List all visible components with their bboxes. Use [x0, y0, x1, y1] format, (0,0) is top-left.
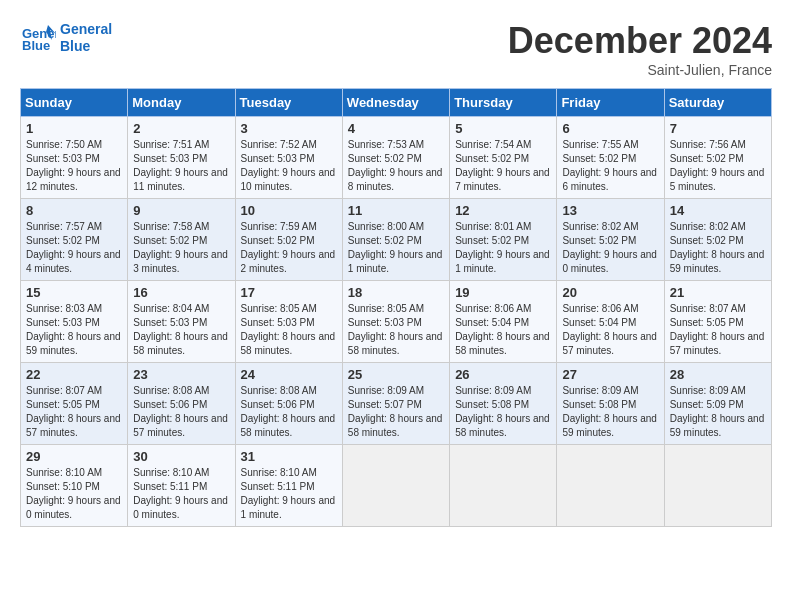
- cell-sunrise: Sunrise: 7:51 AM: [133, 139, 209, 150]
- day-number: 17: [241, 285, 337, 300]
- calendar-cell: 24Sunrise: 8:08 AMSunset: 5:06 PMDayligh…: [235, 363, 342, 445]
- calendar-cell: 9Sunrise: 7:58 AMSunset: 5:02 PMDaylight…: [128, 199, 235, 281]
- cell-sunrise: Sunrise: 7:52 AM: [241, 139, 317, 150]
- calendar-cell: 10Sunrise: 7:59 AMSunset: 5:02 PMDayligh…: [235, 199, 342, 281]
- calendar-cell: 25Sunrise: 8:09 AMSunset: 5:07 PMDayligh…: [342, 363, 449, 445]
- cell-sunrise: Sunrise: 8:02 AM: [670, 221, 746, 232]
- calendar-cell: 22Sunrise: 8:07 AMSunset: 5:05 PMDayligh…: [21, 363, 128, 445]
- cell-daylight: Daylight: 8 hours and 57 minutes.: [562, 331, 657, 356]
- cell-sunrise: Sunrise: 8:05 AM: [348, 303, 424, 314]
- cell-sunset: Sunset: 5:02 PM: [670, 235, 744, 246]
- day-number: 5: [455, 121, 551, 136]
- calendar-cell: 6Sunrise: 7:55 AMSunset: 5:02 PMDaylight…: [557, 117, 664, 199]
- day-number: 22: [26, 367, 122, 382]
- cell-sunrise: Sunrise: 8:05 AM: [241, 303, 317, 314]
- day-number: 29: [26, 449, 122, 464]
- day-number: 19: [455, 285, 551, 300]
- cell-daylight: Daylight: 9 hours and 0 minutes.: [26, 495, 121, 520]
- calendar-cell: 11Sunrise: 8:00 AMSunset: 5:02 PMDayligh…: [342, 199, 449, 281]
- day-number: 13: [562, 203, 658, 218]
- cell-sunrise: Sunrise: 7:56 AM: [670, 139, 746, 150]
- day-number: 18: [348, 285, 444, 300]
- day-number: 9: [133, 203, 229, 218]
- cell-sunset: Sunset: 5:11 PM: [241, 481, 315, 492]
- calendar-cell: [342, 445, 449, 527]
- day-number: 24: [241, 367, 337, 382]
- calendar-week-2: 8Sunrise: 7:57 AMSunset: 5:02 PMDaylight…: [21, 199, 772, 281]
- cell-daylight: Daylight: 9 hours and 5 minutes.: [670, 167, 765, 192]
- calendar-cell: [664, 445, 771, 527]
- calendar-cell: 13Sunrise: 8:02 AMSunset: 5:02 PMDayligh…: [557, 199, 664, 281]
- cell-sunrise: Sunrise: 7:58 AM: [133, 221, 209, 232]
- logo: General Blue General Blue: [20, 20, 112, 56]
- day-number: 28: [670, 367, 766, 382]
- day-number: 12: [455, 203, 551, 218]
- cell-daylight: Daylight: 9 hours and 6 minutes.: [562, 167, 657, 192]
- cell-sunset: Sunset: 5:03 PM: [133, 317, 207, 328]
- cell-sunset: Sunset: 5:02 PM: [670, 153, 744, 164]
- day-number: 7: [670, 121, 766, 136]
- calendar-cell: 15Sunrise: 8:03 AMSunset: 5:03 PMDayligh…: [21, 281, 128, 363]
- cell-daylight: Daylight: 9 hours and 4 minutes.: [26, 249, 121, 274]
- cell-sunset: Sunset: 5:02 PM: [348, 235, 422, 246]
- day-number: 16: [133, 285, 229, 300]
- cell-sunrise: Sunrise: 8:07 AM: [26, 385, 102, 396]
- calendar-cell: 30Sunrise: 8:10 AMSunset: 5:11 PMDayligh…: [128, 445, 235, 527]
- cell-daylight: Daylight: 9 hours and 2 minutes.: [241, 249, 336, 274]
- logo-line2: Blue: [60, 38, 112, 55]
- calendar-cell: 28Sunrise: 8:09 AMSunset: 5:09 PMDayligh…: [664, 363, 771, 445]
- calendar-cell: 17Sunrise: 8:05 AMSunset: 5:03 PMDayligh…: [235, 281, 342, 363]
- cell-sunset: Sunset: 5:09 PM: [670, 399, 744, 410]
- title-block: December 2024 Saint-Julien, France: [508, 20, 772, 78]
- cell-sunrise: Sunrise: 8:07 AM: [670, 303, 746, 314]
- cell-sunrise: Sunrise: 8:08 AM: [241, 385, 317, 396]
- day-number: 30: [133, 449, 229, 464]
- day-header-thursday: Thursday: [450, 89, 557, 117]
- day-number: 27: [562, 367, 658, 382]
- cell-daylight: Daylight: 8 hours and 58 minutes.: [348, 331, 443, 356]
- logo-icon: General Blue: [20, 20, 56, 56]
- day-number: 23: [133, 367, 229, 382]
- day-number: 10: [241, 203, 337, 218]
- calendar-table: SundayMondayTuesdayWednesdayThursdayFrid…: [20, 88, 772, 527]
- day-number: 25: [348, 367, 444, 382]
- cell-daylight: Daylight: 8 hours and 57 minutes.: [133, 413, 228, 438]
- calendar-cell: 7Sunrise: 7:56 AMSunset: 5:02 PMDaylight…: [664, 117, 771, 199]
- cell-sunrise: Sunrise: 7:59 AM: [241, 221, 317, 232]
- cell-sunset: Sunset: 5:07 PM: [348, 399, 422, 410]
- day-number: 21: [670, 285, 766, 300]
- cell-sunset: Sunset: 5:03 PM: [133, 153, 207, 164]
- cell-sunset: Sunset: 5:02 PM: [26, 235, 100, 246]
- cell-sunrise: Sunrise: 8:03 AM: [26, 303, 102, 314]
- cell-daylight: Daylight: 8 hours and 58 minutes.: [133, 331, 228, 356]
- day-number: 1: [26, 121, 122, 136]
- cell-sunset: Sunset: 5:02 PM: [455, 153, 529, 164]
- cell-daylight: Daylight: 8 hours and 59 minutes.: [670, 413, 765, 438]
- cell-sunset: Sunset: 5:11 PM: [133, 481, 207, 492]
- calendar-cell: 1Sunrise: 7:50 AMSunset: 5:03 PMDaylight…: [21, 117, 128, 199]
- cell-daylight: Daylight: 8 hours and 59 minutes.: [26, 331, 121, 356]
- calendar-body: 1Sunrise: 7:50 AMSunset: 5:03 PMDaylight…: [21, 117, 772, 527]
- cell-daylight: Daylight: 8 hours and 58 minutes.: [455, 331, 550, 356]
- cell-sunrise: Sunrise: 8:09 AM: [455, 385, 531, 396]
- cell-daylight: Daylight: 9 hours and 1 minute.: [241, 495, 336, 520]
- calendar-cell: 12Sunrise: 8:01 AMSunset: 5:02 PMDayligh…: [450, 199, 557, 281]
- cell-sunset: Sunset: 5:02 PM: [455, 235, 529, 246]
- cell-daylight: Daylight: 8 hours and 57 minutes.: [26, 413, 121, 438]
- calendar-cell: 3Sunrise: 7:52 AMSunset: 5:03 PMDaylight…: [235, 117, 342, 199]
- calendar-header-row: SundayMondayTuesdayWednesdayThursdayFrid…: [21, 89, 772, 117]
- day-number: 31: [241, 449, 337, 464]
- calendar-cell: 20Sunrise: 8:06 AMSunset: 5:04 PMDayligh…: [557, 281, 664, 363]
- cell-sunrise: Sunrise: 8:00 AM: [348, 221, 424, 232]
- cell-sunrise: Sunrise: 8:09 AM: [348, 385, 424, 396]
- cell-sunrise: Sunrise: 7:53 AM: [348, 139, 424, 150]
- cell-daylight: Daylight: 9 hours and 3 minutes.: [133, 249, 228, 274]
- cell-sunrise: Sunrise: 8:04 AM: [133, 303, 209, 314]
- cell-sunset: Sunset: 5:06 PM: [133, 399, 207, 410]
- cell-sunrise: Sunrise: 8:10 AM: [133, 467, 209, 478]
- day-number: 8: [26, 203, 122, 218]
- day-number: 2: [133, 121, 229, 136]
- cell-sunrise: Sunrise: 7:54 AM: [455, 139, 531, 150]
- cell-sunset: Sunset: 5:03 PM: [26, 153, 100, 164]
- cell-daylight: Daylight: 8 hours and 58 minutes.: [241, 331, 336, 356]
